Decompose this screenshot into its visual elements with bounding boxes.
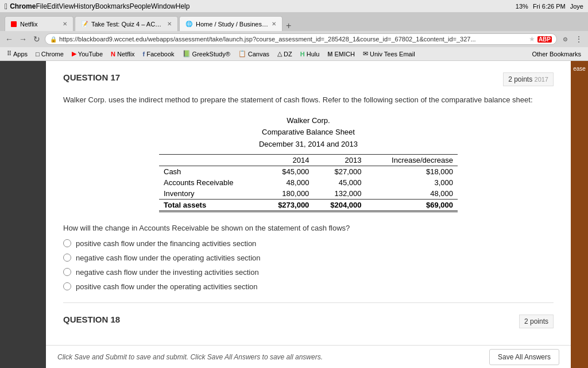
tab-netflix[interactable]: Netflix ✕	[5, 16, 74, 31]
bs-title-text: Comparative Balance Sheet	[159, 126, 458, 139]
bookmark-star[interactable]: ★	[529, 35, 535, 43]
side-text: ease	[571, 63, 588, 74]
bookmark-hulu-label: Hulu	[307, 51, 320, 57]
tab-netflix-close[interactable]: ✕	[63, 21, 67, 27]
bs-row-ar: Accounts Receivable 48,000 45,000 3,000	[159, 177, 458, 188]
bookmark-canvas[interactable]: 📋 Canvas	[235, 49, 273, 59]
bs-ar-2013: 45,000	[314, 177, 366, 188]
bookmark-youtube[interactable]: ▶ YouTube	[68, 49, 106, 59]
bs-row-cash: Cash $45,000 $27,000 $18,000	[159, 166, 458, 177]
bs-total-2014: $273,000	[261, 199, 314, 211]
forward-button[interactable]: →	[17, 33, 29, 45]
menu-file[interactable]: File	[36, 2, 47, 10]
bookmark-univ-tees-label: Univ Tees Email	[370, 51, 415, 57]
tab-home-study-close[interactable]: ✕	[272, 21, 276, 27]
balance-sheet: Walker Corp. Comparative Balance Sheet D…	[159, 115, 458, 212]
tab-home-study-favicon: 🌐	[185, 21, 192, 27]
bookmark-netflix[interactable]: N Netflix	[107, 49, 138, 59]
bs-ar-label: Accounts Receivable	[159, 177, 261, 188]
question-18-points: 2 points	[519, 315, 554, 328]
apple-menu[interactable]: 	[5, 2, 7, 11]
save-all-button[interactable]: Save All Answers	[489, 349, 559, 365]
bookmark-facebook[interactable]: f Facebook	[140, 49, 178, 59]
question-17-title: QUESTION 17	[63, 72, 120, 82]
bs-inv-change: 48,000	[366, 188, 458, 200]
right-panel: ease	[571, 61, 588, 368]
question-divider	[63, 302, 554, 303]
bs-header-row: 2014 2013 Increase/decrease	[159, 154, 458, 166]
tab-home-study[interactable]: 🌐 Home / Study / Business / Acc... ✕	[179, 16, 283, 31]
abp-icon[interactable]: ABP	[537, 36, 552, 43]
choice-d-radio[interactable]	[63, 282, 71, 290]
youtube-icon: ▶	[72, 50, 76, 57]
choice-a-radio[interactable]	[63, 239, 71, 247]
bookmark-emich-label: EMICH	[335, 51, 355, 57]
menu-chrome[interactable]: Chrome	[10, 2, 36, 10]
question-18-header: QUESTION 18 2 points	[63, 315, 554, 328]
bs-row-inventory: Inventory 180,000 132,000 48,000	[159, 188, 458, 200]
main-content: QUESTION 17 2 points 2017 Walker Corp. u…	[46, 61, 571, 368]
choice-b-radio[interactable]	[63, 254, 71, 262]
tab-take-test[interactable]: 📝 Take Test: Quiz 4 – ACC 122... ✕	[75, 16, 178, 31]
bookmark-univ-tees[interactable]: ✉ Univ Tees Email	[359, 49, 419, 59]
bookmark-chrome[interactable]: □ Chrome	[32, 49, 67, 59]
title-bar-right: 13% Fri 6:26 PM Joye	[516, 3, 583, 10]
bs-cash-label: Cash	[159, 166, 261, 177]
bookmark-apps[interactable]: ⠿ Apps	[3, 49, 31, 59]
address-bar[interactable]: 🔒 https://blackboard9.wccnet.edu/webapps…	[45, 33, 557, 45]
bookmark-greekstudy[interactable]: 📗 GreekStudy®	[179, 49, 234, 59]
bs-col-change: Increase/decrease	[366, 154, 458, 166]
menu-edit[interactable]: Edit	[47, 2, 59, 10]
emich-icon: M	[327, 51, 332, 57]
bs-cash-change: $18,000	[366, 166, 458, 177]
menu-button[interactable]: ⋮	[573, 33, 585, 45]
new-tab-button[interactable]: +	[286, 21, 291, 31]
battery-status: 13%	[516, 3, 528, 10]
address-text: https://blackboard9.wccnet.edu/webapps/a…	[59, 36, 527, 43]
bookmark-netflix-label: Netflix	[117, 51, 135, 57]
q18-points-text: 2 points	[524, 317, 548, 325]
tab-take-test-close[interactable]: ✕	[167, 21, 172, 27]
main-layout: QUESTION 17 2 points 2017 Walker Corp. u…	[0, 61, 588, 368]
bookmarks-bar: ⠿ Apps □ Chrome ▶ YouTube N Netflix f Fa…	[0, 47, 588, 61]
bs-total-change: $69,000	[366, 199, 458, 211]
reload-button[interactable]: ↻	[31, 33, 42, 45]
bs-inv-2014: 180,000	[261, 188, 314, 200]
bs-total-label: Total assets	[159, 199, 261, 211]
bookmark-dz[interactable]: △ DZ	[274, 49, 296, 59]
back-button[interactable]: ←	[3, 33, 15, 45]
hulu-icon: H	[300, 51, 305, 57]
choice-a-text: positive cash flow under the financing a…	[76, 239, 256, 248]
bookmark-facebook-label: Facebook	[146, 51, 174, 57]
bookmark-emich[interactable]: M EMICH	[324, 49, 358, 59]
bs-title: Walker Corp. Comparative Balance Sheet D…	[159, 115, 458, 151]
menu-bookmarks[interactable]: Bookmarks	[95, 2, 130, 10]
menu-people[interactable]: People	[130, 2, 151, 10]
bookmark-hulu[interactable]: H Hulu	[297, 49, 323, 59]
bs-cash-2014: $45,000	[261, 166, 314, 177]
choice-c-text: negative cash flow under the investing a…	[76, 268, 259, 277]
sidebar	[0, 61, 46, 368]
choice-b-text: negative cash flow under the operating a…	[76, 254, 261, 262]
q17-points-text: 2 points	[508, 75, 532, 83]
choice-c-radio[interactable]	[63, 268, 71, 276]
bs-ar-2014: 48,000	[261, 177, 314, 188]
menu-window[interactable]: Window	[151, 2, 176, 10]
clock: Fri 6:26 PM	[533, 3, 566, 10]
univ-tees-icon: ✉	[363, 50, 368, 57]
tab-take-test-label: Take Test: Quiz 4 – ACC 122...	[91, 21, 164, 28]
canvas-icon: 📋	[238, 50, 246, 57]
bookmark-canvas-label: Canvas	[248, 51, 269, 57]
menu-help[interactable]: Help	[176, 2, 190, 10]
menu-history[interactable]: History	[74, 2, 95, 10]
question-18-title: QUESTION 18	[63, 315, 120, 328]
apps-icon: ⠿	[7, 50, 11, 57]
menu-view[interactable]: View	[59, 2, 74, 10]
facebook-icon: f	[143, 51, 145, 57]
bookmark-apps-label: Apps	[13, 51, 28, 57]
other-bookmarks[interactable]: Other Bookmarks	[528, 49, 585, 59]
bookmark-youtube-label: YouTube	[78, 51, 103, 57]
extensions-button[interactable]: ⚙	[559, 33, 571, 45]
bs-cash-2013: $27,000	[314, 166, 366, 177]
netflix-favicon	[11, 21, 17, 27]
